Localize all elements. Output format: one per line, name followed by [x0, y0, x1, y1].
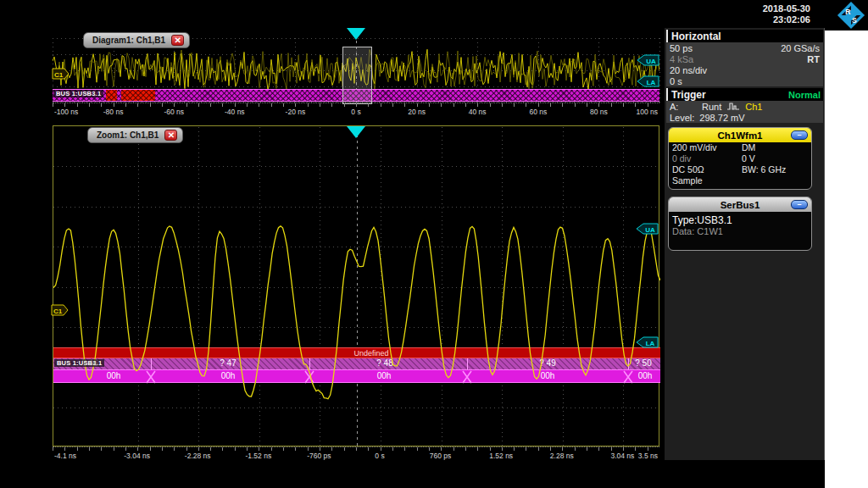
rohde-schwarz-logo: R S: [837, 1, 865, 30]
svg-text:LA: LA: [647, 79, 656, 86]
axis-tick-label: 0 s: [351, 108, 360, 116]
svg-text:R: R: [845, 8, 850, 16]
close-icon[interactable]: ✕: [171, 35, 184, 46]
runt-upper-level-badge[interactable]: UA: [636, 223, 659, 235]
ch1-position-badge[interactable]: C1: [52, 68, 70, 80]
tab-zoom1-label: Zoom1: Ch1,B1: [97, 130, 159, 140]
horizontal-row[interactable]: 20 ns/div: [666, 64, 823, 75]
axis-tick-label: 3.5 ns: [638, 452, 658, 460]
trigger-sequence-label: A:: [670, 102, 697, 112]
trigger-position-marker[interactable]: [347, 28, 365, 40]
svg-text:S: S: [852, 16, 857, 25]
trigger-level-value: 298.72 mV: [699, 113, 744, 123]
acquisition-mode-value: RT: [807, 54, 820, 64]
svg-text:LA: LA: [646, 340, 655, 347]
horizontal-position-value: 0 s: [670, 76, 682, 86]
axis-tick-label: -100 ns: [54, 108, 78, 116]
axis-tick-label: -40 ns: [225, 108, 245, 116]
horizontal-row[interactable]: 4 kSa RT: [666, 53, 823, 64]
axis-minor-ticks: [53, 447, 659, 451]
trigger-level-label: Level:: [670, 113, 694, 123]
axis-tick-label: 20 ns: [408, 108, 426, 116]
time-label: 23:02:06: [763, 14, 810, 25]
ch1wfm1-row: 0 div 0 V: [669, 153, 811, 164]
gridline: [659, 38, 660, 103]
bus1-label: BUS 1:USB3.1: [54, 359, 104, 367]
svg-text:C1: C1: [53, 308, 63, 315]
axis-minor-ticks: [53, 103, 659, 107]
svg-text:UA: UA: [646, 58, 656, 65]
axis-tick-label: -60 ns: [164, 108, 184, 116]
horizontal-row[interactable]: 50 ps 20 GSa/s: [666, 42, 823, 53]
trigger-mode-badge: Normal: [788, 90, 821, 100]
bus-error-segment: [121, 90, 155, 101]
minimize-icon[interactable]: –: [791, 200, 808, 209]
horizontal-row[interactable]: 0 s: [666, 75, 823, 86]
svg-text:C1: C1: [54, 71, 64, 79]
trigger-type-value: Runt: [702, 102, 721, 112]
date-label: 2018-05-30: [763, 3, 810, 14]
horizontal-title: Horizontal: [671, 30, 721, 42]
sample-rate-value: 20 GSa/s: [781, 43, 820, 53]
acquisition-value: Sample: [672, 175, 703, 186]
runt-lower-level-badge[interactable]: LA: [637, 75, 659, 87]
axis-tick-label: -2.28 ns: [185, 452, 211, 460]
coupling-value: DC 50Ω: [672, 164, 742, 175]
serbus1-header[interactable]: SerBus1 –: [669, 197, 811, 212]
status-bar: 2018-05-30 23:02:06 R S: [0, 0, 868, 30]
ch1-waveform-zoom: [53, 126, 660, 447]
oscilloscope-screen: 2018-05-30 23:02:06 R S Diagram1: Ch1,B1…: [0, 0, 868, 488]
offset-value: 0 V: [742, 153, 755, 164]
record-length-value: 4 kSa: [670, 54, 693, 64]
tab-zoom1[interactable]: Zoom1: Ch1,B1 ✕: [87, 127, 183, 143]
axis-tick-label: 0 s: [375, 452, 384, 460]
runt-upper-level-badge[interactable]: UA: [637, 54, 659, 66]
axis-tick-label: -760 ps: [307, 452, 331, 460]
ch1wfm1-row: DC 50Ω BW: 6 GHz: [669, 164, 811, 175]
zoom1-time-axis: -4.1 ns-3.04 ns-2.28 ns-1.52 ns-760 ps0 …: [53, 446, 659, 461]
vertical-scale-value: 200 mV/div: [672, 142, 742, 153]
vertical-position-value: 0 div: [672, 153, 742, 164]
datetime: 2018-05-30 23:02:06: [763, 3, 810, 25]
tab-diagram1-label: Diagram1: Ch1,B1: [92, 36, 165, 45]
ch1wfm1-signal-box[interactable]: Ch1Wfm1 – 200 mV/div DM 0 div 0 V DC 50Ω…: [668, 127, 812, 190]
runt-pulse-icon: [726, 102, 740, 111]
ch1wfm1-title: Ch1Wfm1: [717, 130, 762, 141]
trigger-source-row[interactable]: A: Runt Ch1: [666, 101, 823, 112]
bandwidth-value: BW: 6 GHz: [742, 164, 786, 175]
axis-tick-label: 1.52 ns: [489, 452, 513, 460]
trigger-position-marker[interactable]: [347, 126, 365, 138]
trigger-source-value: Ch1: [745, 102, 762, 112]
trigger-title: Trigger: [671, 89, 706, 101]
ch1-position-badge[interactable]: C1: [51, 304, 70, 316]
axis-tick-label: -4.1 ns: [54, 452, 76, 460]
serbus1-title: SerBus1: [721, 200, 760, 210]
axis-tick-label: 60 ns: [529, 108, 547, 116]
trigger-header[interactable]: Trigger Normal: [666, 88, 823, 101]
channel-mode-value: DM: [742, 142, 755, 153]
runt-lower-level-badge[interactable]: LA: [636, 336, 659, 348]
ch1wfm1-row: Sample: [669, 175, 811, 189]
ch1wfm1-header[interactable]: Ch1Wfm1 –: [669, 128, 811, 142]
ch1wfm1-row: 200 mV/div DM: [669, 142, 811, 153]
horizontal-header[interactable]: Horizontal: [666, 30, 823, 42]
minimize-icon[interactable]: –: [791, 130, 808, 140]
axis-tick-label: -80 ns: [103, 108, 124, 116]
serbus-data-source: Data: C1W1: [669, 226, 811, 236]
axis-tick-label: -20 ns: [286, 108, 306, 116]
zoom1-grid[interactable]: Undefined ? 46? 47? 48? 49? 50 00h00h00h…: [53, 125, 659, 446]
zoom-region-indicator[interactable]: [342, 47, 372, 104]
diagram1-time-axis: -100 ns-80 ns-60 ns-40 ns-20 ns0 s20 ns4…: [53, 103, 659, 117]
close-icon[interactable]: ✕: [164, 130, 177, 141]
axis-tick-label: 760 ps: [430, 452, 452, 460]
bus1-label: BUS 1:USB3.1: [53, 90, 103, 97]
axis-tick-label: 100 ns: [636, 108, 658, 116]
axis-tick-label: 40 ns: [469, 108, 487, 116]
serbus-type-value: Type:USB3.1: [669, 212, 811, 226]
timebase-value: 20 ns/div: [670, 65, 707, 75]
serbus1-signal-box[interactable]: SerBus1 – Type:USB3.1 Data: C1W1: [668, 197, 812, 251]
resolution-value: 50 ps: [670, 43, 693, 53]
axis-tick-label: 80 ns: [590, 108, 608, 116]
tab-diagram1[interactable]: Diagram1: Ch1,B1 ✕: [83, 32, 190, 48]
trigger-level-row[interactable]: Level: 298.72 mV: [666, 112, 823, 123]
